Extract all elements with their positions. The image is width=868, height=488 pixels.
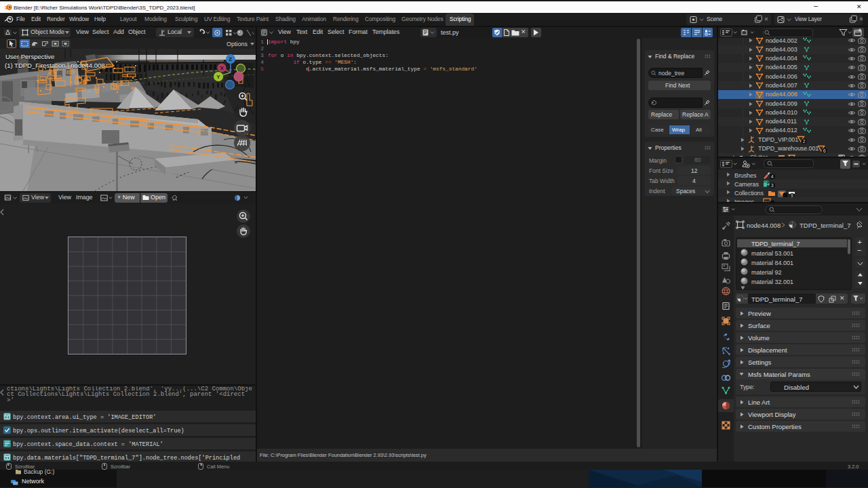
svg-text:Z: Z [229,56,232,62]
svg-text:2: 2 [803,139,806,144]
svg-text:X: X [220,65,224,71]
svg-text:Y: Y [216,74,220,80]
svg-text:3: 3 [771,183,774,188]
svg-text:6: 6 [823,148,826,153]
svg-text:4: 4 [771,174,774,179]
